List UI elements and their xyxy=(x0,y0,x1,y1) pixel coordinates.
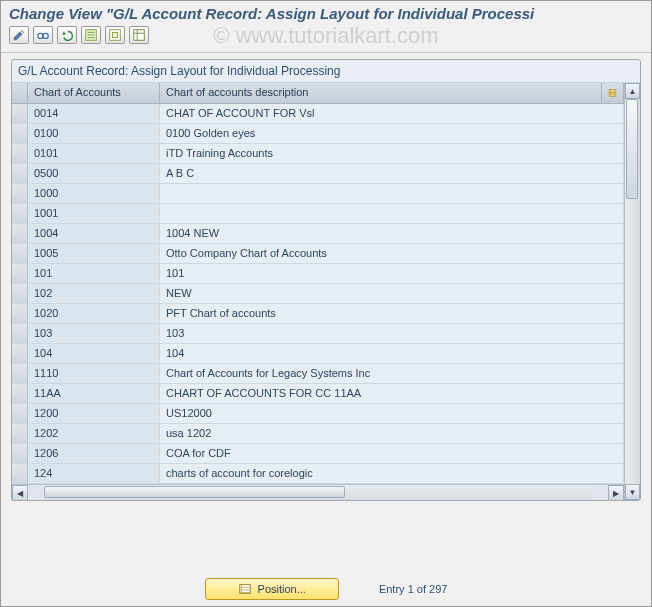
cell-chart-of-accounts[interactable]: 1001 xyxy=(28,204,160,223)
cell-coa-description[interactable]: COA for CDF xyxy=(160,444,624,463)
vscroll-down-icon[interactable]: ▼ xyxy=(625,484,640,500)
row-selector[interactable] xyxy=(12,464,28,483)
row-selector[interactable] xyxy=(12,164,28,183)
cell-coa-description[interactable]: iTD Training Accounts xyxy=(160,144,624,163)
cell-chart-of-accounts[interactable]: 124 xyxy=(28,464,160,483)
hscroll-track[interactable] xyxy=(44,485,592,500)
table-config-icon[interactable] xyxy=(602,83,624,103)
cell-coa-description[interactable]: CHART OF ACCOUNTS FOR CC 11AA xyxy=(160,384,624,403)
table-row: 0101iTD Training Accounts xyxy=(12,144,624,164)
cell-coa-description[interactable]: 0100 Golden eyes xyxy=(160,124,624,143)
table-row: 1000 xyxy=(12,184,624,204)
cell-chart-of-accounts[interactable]: 1202 xyxy=(28,424,160,443)
row-selector[interactable] xyxy=(12,444,28,463)
row-selector[interactable] xyxy=(12,364,28,383)
table-header-row: Chart of Accounts Chart of accounts desc… xyxy=(12,83,624,104)
svg-rect-5 xyxy=(134,30,145,41)
cell-chart-of-accounts[interactable]: 1004 xyxy=(28,224,160,243)
cell-chart-of-accounts[interactable]: 1110 xyxy=(28,364,160,383)
hscroll-left-icon[interactable]: ◀ xyxy=(12,485,28,501)
cell-coa-description[interactable] xyxy=(160,204,624,223)
hscroll-thumb[interactable] xyxy=(44,486,345,498)
select-all-icon[interactable] xyxy=(81,26,101,44)
cell-chart-of-accounts[interactable]: 1206 xyxy=(28,444,160,463)
svg-point-1 xyxy=(43,33,48,38)
table-rows: 0014CHAT OF ACCOUNT FOR Vsl01000100 Gold… xyxy=(12,104,624,484)
cell-coa-description[interactable]: PFT Chart of accounts xyxy=(160,304,624,323)
hscroll-right-icon[interactable]: ▶ xyxy=(608,485,624,501)
table-panel: G/L Account Record: Assign Layout for In… xyxy=(11,59,641,501)
vscroll-up-icon[interactable]: ▲ xyxy=(625,83,640,99)
cell-coa-description[interactable]: Chart of Accounts for Legacy Systems Inc xyxy=(160,364,624,383)
change-icon[interactable] xyxy=(9,26,29,44)
cell-chart-of-accounts[interactable]: 0014 xyxy=(28,104,160,123)
row-selector[interactable] xyxy=(12,224,28,243)
table-row: 0500A B C xyxy=(12,164,624,184)
cell-chart-of-accounts[interactable]: 102 xyxy=(28,284,160,303)
hscroll: ◀ ▶ xyxy=(12,484,624,500)
table-settings-icon[interactable] xyxy=(129,26,149,44)
cell-coa-description[interactable]: charts of account for corelogic xyxy=(160,464,624,483)
toolbar xyxy=(1,24,651,53)
spectacles-icon[interactable] xyxy=(33,26,53,44)
cell-coa-description[interactable]: 1004 NEW xyxy=(160,224,624,243)
position-icon xyxy=(238,582,252,596)
table-row: 11AACHART OF ACCOUNTS FOR CC 11AA xyxy=(12,384,624,404)
deselect-all-icon[interactable] xyxy=(105,26,125,44)
cell-coa-description[interactable]: CHAT OF ACCOUNT FOR Vsl xyxy=(160,104,624,123)
row-selector[interactable] xyxy=(12,344,28,363)
cell-chart-of-accounts[interactable]: 1020 xyxy=(28,304,160,323)
panel-header: G/L Account Record: Assign Layout for In… xyxy=(12,60,640,83)
cell-coa-description[interactable]: NEW xyxy=(160,284,624,303)
position-button[interactable]: Position... xyxy=(205,578,339,600)
cell-coa-description[interactable]: 104 xyxy=(160,344,624,363)
cell-chart-of-accounts[interactable]: 104 xyxy=(28,344,160,363)
footer: Position... Entry 1 of 297 xyxy=(1,578,651,600)
cell-chart-of-accounts[interactable]: 1000 xyxy=(28,184,160,203)
position-label: Position... xyxy=(258,583,306,595)
undo-icon[interactable] xyxy=(57,26,77,44)
cell-chart-of-accounts[interactable]: 1005 xyxy=(28,244,160,263)
table-row: 101101 xyxy=(12,264,624,284)
row-selector[interactable] xyxy=(12,304,28,323)
cell-chart-of-accounts[interactable]: 101 xyxy=(28,264,160,283)
row-selector[interactable] xyxy=(12,424,28,443)
cell-chart-of-accounts[interactable]: 0500 xyxy=(28,164,160,183)
vscroll-track[interactable] xyxy=(625,99,640,484)
cell-coa-description[interactable]: A B C xyxy=(160,164,624,183)
cell-chart-of-accounts[interactable]: 1200 xyxy=(28,404,160,423)
cell-chart-of-accounts[interactable]: 11AA xyxy=(28,384,160,403)
vscroll: ▲ ▼ xyxy=(624,83,640,500)
col-chart-of-accounts[interactable]: Chart of Accounts xyxy=(28,83,160,103)
row-selector[interactable] xyxy=(12,204,28,223)
table-row: 124charts of account for corelogic xyxy=(12,464,624,484)
table-row: 102NEW xyxy=(12,284,624,304)
row-selector[interactable] xyxy=(12,104,28,123)
col-coa-description[interactable]: Chart of accounts description xyxy=(160,83,602,103)
cell-coa-description[interactable]: Otto Company Chart of Accounts xyxy=(160,244,624,263)
row-selector[interactable] xyxy=(12,384,28,403)
svg-point-0 xyxy=(38,33,43,38)
cell-coa-description[interactable]: usa 1202 xyxy=(160,424,624,443)
row-selector[interactable] xyxy=(12,264,28,283)
cell-coa-description[interactable]: 103 xyxy=(160,324,624,343)
entry-counter: Entry 1 of 297 xyxy=(379,583,448,595)
cell-coa-description[interactable]: 101 xyxy=(160,264,624,283)
row-selector[interactable] xyxy=(12,324,28,343)
vscroll-thumb[interactable] xyxy=(626,99,638,199)
row-selector[interactable] xyxy=(12,184,28,203)
cell-coa-description[interactable]: US12000 xyxy=(160,404,624,423)
cell-chart-of-accounts[interactable]: 103 xyxy=(28,324,160,343)
cell-chart-of-accounts[interactable]: 0100 xyxy=(28,124,160,143)
row-selector-header[interactable] xyxy=(12,83,28,103)
svg-rect-4 xyxy=(112,32,117,37)
row-selector[interactable] xyxy=(12,244,28,263)
row-selector[interactable] xyxy=(12,124,28,143)
row-selector[interactable] xyxy=(12,284,28,303)
table-row: 1001 xyxy=(12,204,624,224)
row-selector[interactable] xyxy=(12,144,28,163)
cell-coa-description[interactable] xyxy=(160,184,624,203)
row-selector[interactable] xyxy=(12,404,28,423)
cell-chart-of-accounts[interactable]: 0101 xyxy=(28,144,160,163)
table-row: 10041004 NEW xyxy=(12,224,624,244)
